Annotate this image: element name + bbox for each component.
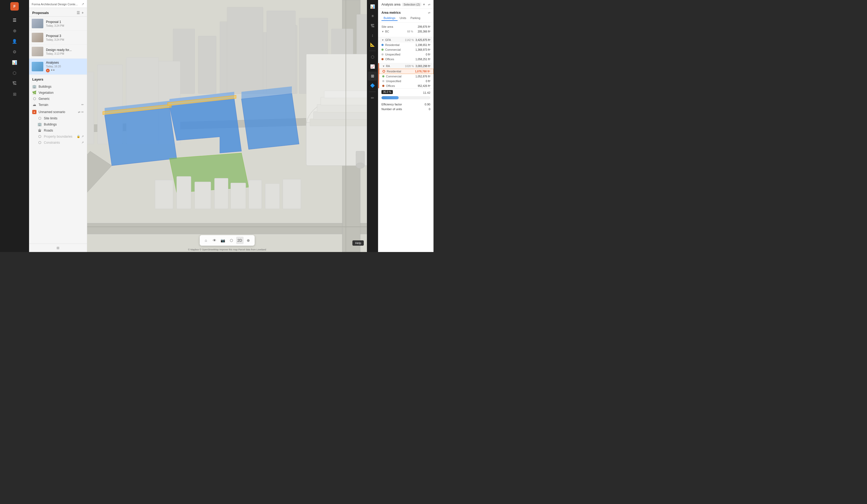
- layer-property-boundaries[interactable]: ⬡ Property boundaries 🔒 ↗: [32, 133, 84, 139]
- gfa-offices-dot: [382, 58, 384, 60]
- ra-commercial-value: 1,052,876 ft²: [416, 75, 430, 78]
- layer-scenario[interactable]: A Unnamed scenario ⇌ ✏: [32, 109, 84, 115]
- rt-icon-pencil[interactable]: ✏: [368, 94, 377, 103]
- layer-generic[interactable]: ⬡ Generic: [32, 96, 84, 102]
- svg-point-39: [356, 163, 365, 169]
- proposal-time-3: Today, 3:24 PM: [46, 38, 84, 41]
- gfa-unspecified-label: Unspecified: [385, 53, 426, 56]
- bottom-grid-icon[interactable]: ⊞: [56, 246, 60, 250]
- gfa-offices-value: 1,058,251 ft²: [416, 58, 430, 61]
- share2-icon[interactable]: ↗: [81, 135, 84, 138]
- svg-rect-49: [214, 178, 228, 209]
- layer-buildings-child[interactable]: 🏢 Buildings: [32, 121, 84, 127]
- share-icon[interactable]: ↗: [81, 2, 84, 6]
- ra-unspecified-value: 0 ft²: [426, 80, 430, 83]
- layer-roads[interactable]: 🛣 Roads: [32, 127, 84, 133]
- terrain-edit-icon[interactable]: ✏: [81, 103, 84, 106]
- sidebar-icon-grid[interactable]: ⊞: [10, 89, 19, 99]
- gfa-offices-row: Offices 1,058,251 ft²: [378, 57, 434, 62]
- svg-rect-51: [249, 180, 261, 209]
- city-scene[interactable]: ⌂ 👁 📷 ⬡ 2D ⊕ © Mapbox © OpenStreetMap Im…: [87, 0, 367, 252]
- ra-offices-row: Offices 952,426 ft²: [379, 84, 434, 88]
- progress-bar-container: [382, 96, 430, 99]
- panel-adjust-icon[interactable]: ⇌: [428, 3, 430, 6]
- sidebar-icon-add[interactable]: ⊕: [10, 26, 19, 35]
- metrics-section-gfa: ▼ GFA 1142 % 3,425,875 ft² Residential 1…: [378, 35, 434, 63]
- proposal-item-3[interactable]: Proposal 3 Today, 3:24 PM: [29, 31, 87, 45]
- bottom-toolbar: ⌂ 👁 📷 ⬡ 2D ⊕: [200, 235, 255, 246]
- rt-icon-arrows[interactable]: ↕: [368, 31, 377, 40]
- number-of-units-label: Number of units: [382, 108, 402, 111]
- svg-rect-6: [198, 36, 216, 94]
- gfa-unspecified-dot: [382, 53, 384, 55]
- add-btn[interactable]: ⊕: [245, 237, 252, 244]
- site-area-value: 299,876 ft²: [418, 25, 430, 28]
- number-of-units-value: 0: [429, 108, 430, 111]
- rt-icon-measure[interactable]: 📐: [368, 40, 377, 49]
- rt-icon-chart[interactable]: 📊: [368, 2, 377, 11]
- sidebar-icon-hex[interactable]: ⬡: [10, 68, 19, 78]
- terrain-actions: ✏: [81, 103, 84, 106]
- measure-btn[interactable]: ⬡: [228, 237, 235, 244]
- app-logo[interactable]: F: [10, 2, 19, 11]
- bc-row: ▼ BC 68 % 205,366 ft²: [378, 29, 434, 34]
- camera-btn[interactable]: 📷: [219, 237, 227, 244]
- sidebar-icon-menu[interactable]: ☰: [10, 15, 19, 25]
- layer-site-limits[interactable]: ⬡ Site limits: [32, 115, 84, 121]
- tab-units[interactable]: Units: [398, 15, 408, 21]
- selection-dropdown-icon[interactable]: ▼: [422, 3, 425, 6]
- constraints-share-icon[interactable]: ↗: [81, 141, 84, 144]
- rt-icon-build[interactable]: 🏗: [368, 21, 377, 30]
- gfa-residential-value: 1,198,651 ft²: [416, 44, 430, 46]
- ra-chevron: ▼: [382, 65, 385, 68]
- proposal-item-design[interactable]: Design ready for... Today, 3:13 PM: [29, 45, 87, 58]
- ra-offices-dot: [382, 85, 384, 87]
- layer-buildings[interactable]: 🏢 Buildings: [32, 84, 84, 89]
- ra-commercial-label: Commercial: [386, 75, 416, 78]
- main-viewport[interactable]: ⌂ 👁 📷 ⬡ 2D ⊕ © Mapbox © OpenStreetMap Im…: [87, 0, 367, 252]
- proposal-name-3: Proposal 3: [46, 34, 84, 38]
- proposals-title: Proposals: [32, 11, 49, 15]
- tab-parking[interactable]: Parking: [408, 15, 422, 21]
- proposal-name-design: Design ready for...: [46, 48, 84, 52]
- ra-row[interactable]: ▼ RA 1028 % 3,083,298 ft²: [379, 63, 434, 69]
- sidebar-icon-user[interactable]: 👤: [10, 36, 19, 46]
- right-toolbar-sep1: [369, 51, 376, 51]
- area-metrics-adjust[interactable]: ⇌: [428, 11, 430, 14]
- rt-icon-wave[interactable]: 📈: [368, 62, 377, 71]
- proposals-list-icon[interactable]: ☰: [77, 11, 80, 15]
- gfa-offices-label: Offices: [385, 57, 416, 61]
- efficiency-factor-row: Efficiency factor 0.90: [378, 102, 434, 107]
- 2d-btn[interactable]: 2D: [236, 237, 244, 244]
- gfa-value: 3,425,875 ft²: [416, 39, 430, 42]
- layer-terrain[interactable]: ⛰ Terrain ✏: [32, 102, 84, 108]
- layer-vegetation[interactable]: 🌿 Vegetation: [32, 89, 84, 96]
- tab-buildings[interactable]: Buildings: [382, 15, 398, 21]
- scenario-edit-icon[interactable]: ✏: [81, 110, 84, 114]
- rt-icon-hex[interactable]: ⬡: [368, 53, 377, 62]
- rt-icon-sun[interactable]: ☀: [368, 12, 377, 21]
- progress-badge: 35.0 %: [382, 90, 393, 94]
- scenario-branch-icon[interactable]: ⇌: [78, 110, 80, 114]
- bc-value: 205,366 ft²: [418, 30, 430, 33]
- rt-icon-diamond[interactable]: 🔷: [368, 81, 377, 90]
- ra-value: 3,083,298 ft²: [416, 65, 430, 68]
- analyses-icon-1: A: [46, 69, 50, 72]
- sidebar-icon-analytics[interactable]: 📊: [10, 57, 19, 67]
- right-toolbar: 📊 ☀ 🏗 ↕ 📐 ⬡ 📈 ⊞ 🔷 ✏: [367, 0, 378, 252]
- layer-constraints[interactable]: ⬡ Constraints ↗: [32, 139, 84, 146]
- gfa-row[interactable]: ▼ GFA 1142 % 3,425,875 ft²: [378, 37, 434, 43]
- svg-rect-17: [87, 72, 94, 144]
- rt-icon-grid[interactable]: ⊞: [368, 72, 377, 81]
- sidebar-icon-settings[interactable]: ⚙: [10, 47, 19, 56]
- help-button[interactable]: Help: [352, 240, 364, 246]
- proposal-item-1[interactable]: Proposal 1 Today, 3:24 PM: [29, 17, 87, 31]
- svg-marker-2: [87, 223, 367, 234]
- proposals-add-icon[interactable]: +: [82, 11, 84, 15]
- svg-rect-50: [231, 183, 246, 209]
- eye-btn[interactable]: 👁: [211, 237, 218, 244]
- home-btn[interactable]: ⌂: [202, 237, 210, 244]
- proposal-item-analyses[interactable]: Analyses Today, 16:20 A ■ ■: [29, 58, 87, 75]
- scenario-label: Unnamed scenario: [39, 110, 65, 114]
- sidebar-icon-build[interactable]: 🏗: [10, 79, 19, 88]
